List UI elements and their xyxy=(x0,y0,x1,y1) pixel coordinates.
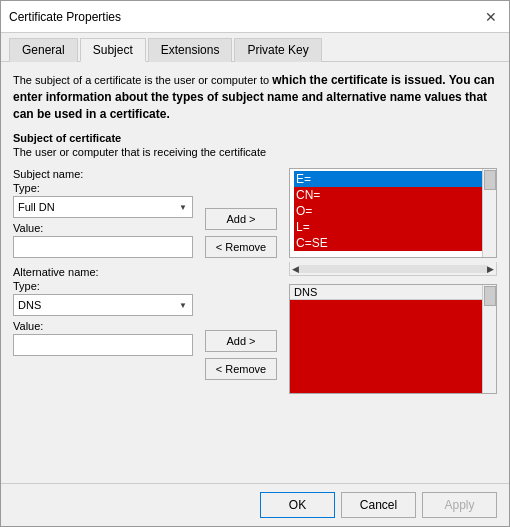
vert-scrollbar[interactable] xyxy=(482,169,496,257)
ok-button[interactable]: OK xyxy=(260,492,335,518)
alt-value-input[interactable] xyxy=(13,334,193,356)
dns-scrollbar-thumb xyxy=(484,286,496,306)
subject-name-label: Subject name: xyxy=(13,168,193,180)
cancel-button[interactable]: Cancel xyxy=(341,492,416,518)
right-column: E= CN= O= L= C=SE ◀ xyxy=(289,168,497,394)
subject-name-group: Subject name: Type: Full DN Value: xyxy=(13,168,193,258)
bottom-bar: OK Cancel Apply xyxy=(1,483,509,526)
add-alt-button[interactable]: Add > xyxy=(205,330,277,352)
dns-header: DNS xyxy=(290,285,496,300)
cert-entries-inner: E= CN= O= L= C=SE xyxy=(290,169,496,253)
scrollbar-thumb xyxy=(484,170,496,190)
main-layout: Subject name: Type: Full DN Value: Alter… xyxy=(13,168,497,394)
dns-scrollbar[interactable] xyxy=(482,285,496,393)
description-text: The subject of a certificate is the user… xyxy=(13,72,497,122)
dns-body xyxy=(290,300,496,388)
dialog: Certificate Properties ✕ General Subject… xyxy=(0,0,510,527)
scroll-right-arrow[interactable]: ▶ xyxy=(487,264,494,274)
dialog-title: Certificate Properties xyxy=(9,10,121,24)
middle-column: Add > < Remove Add > < Remove xyxy=(201,168,281,394)
cert-entry-4[interactable]: C=SE xyxy=(294,235,492,251)
section-title: Subject of certificate xyxy=(13,132,497,144)
cert-entry-2[interactable]: O= xyxy=(294,203,492,219)
remove-subject-button[interactable]: < Remove xyxy=(205,236,277,258)
alt-type-label: Type: xyxy=(13,280,193,292)
tab-general[interactable]: General xyxy=(9,38,78,62)
description-bold: which the certificate is issued. You can… xyxy=(13,73,495,121)
section-subtitle: The user or computer that is receiving t… xyxy=(13,146,497,158)
dns-display[interactable]: DNS xyxy=(289,284,497,394)
subject-type-select[interactable]: Full DN xyxy=(13,196,193,218)
horiz-scrollbar[interactable]: ◀ ▶ xyxy=(289,262,497,276)
left-column: Subject name: Type: Full DN Value: Alter… xyxy=(13,168,193,394)
horiz-track xyxy=(299,265,487,273)
add-subject-button[interactable]: Add > xyxy=(205,208,277,230)
cert-entries-display[interactable]: E= CN= O= L= C=SE xyxy=(289,168,497,258)
subject-value-input[interactable] xyxy=(13,236,193,258)
scroll-left-arrow[interactable]: ◀ xyxy=(292,264,299,274)
alt-name-group: Alternative name: Type: DNS Value: xyxy=(13,266,193,356)
alt-name-label: Alternative name: xyxy=(13,266,193,278)
alt-type-wrapper: DNS xyxy=(13,294,193,316)
tab-extensions[interactable]: Extensions xyxy=(148,38,233,62)
alt-value-label: Value: xyxy=(13,320,193,332)
close-button[interactable]: ✕ xyxy=(481,7,501,27)
cert-entry-0[interactable]: E= xyxy=(294,171,492,187)
cert-entry-3[interactable]: L= xyxy=(294,219,492,235)
cert-entry-1[interactable]: CN= xyxy=(294,187,492,203)
subject-type-wrapper: Full DN xyxy=(13,196,193,218)
cert-display-container: E= CN= O= L= C=SE ◀ xyxy=(289,168,497,276)
tab-subject[interactable]: Subject xyxy=(80,38,146,62)
remove-alt-button[interactable]: < Remove xyxy=(205,358,277,380)
tab-bar: General Subject Extensions Private Key xyxy=(1,33,509,62)
apply-button[interactable]: Apply xyxy=(422,492,497,518)
subject-value-label: Value: xyxy=(13,222,193,234)
alt-type-select[interactable]: DNS xyxy=(13,294,193,316)
content-area: The subject of a certificate is the user… xyxy=(1,62,509,483)
subject-type-label: Type: xyxy=(13,182,193,194)
title-bar: Certificate Properties ✕ xyxy=(1,1,509,33)
tab-private-key[interactable]: Private Key xyxy=(234,38,321,62)
